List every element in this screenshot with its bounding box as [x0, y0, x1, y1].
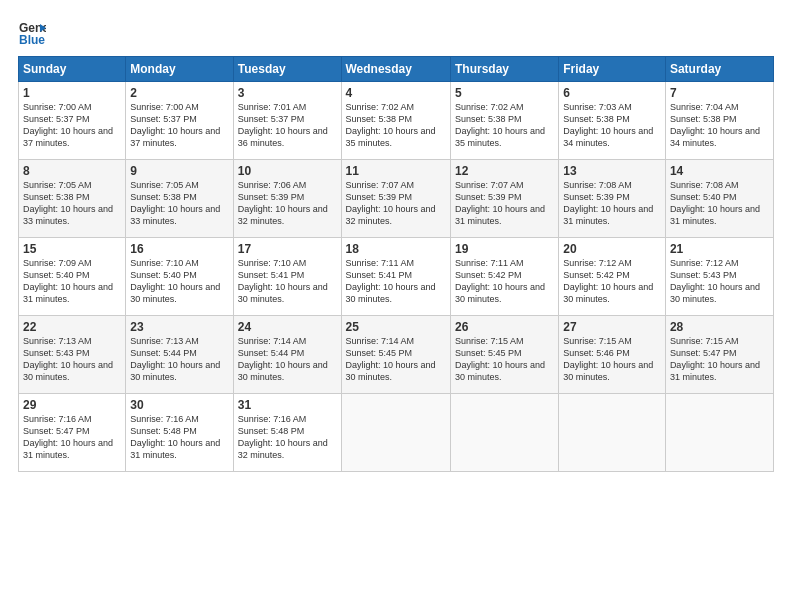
header: General Blue	[18, 18, 774, 46]
calendar-week-1: 8Sunrise: 7:05 AMSunset: 5:38 PMDaylight…	[19, 160, 774, 238]
day-info: Sunrise: 7:12 AMSunset: 5:42 PMDaylight:…	[563, 257, 661, 306]
calendar-week-3: 22Sunrise: 7:13 AMSunset: 5:43 PMDayligh…	[19, 316, 774, 394]
day-number: 22	[23, 320, 121, 334]
calendar-cell: 31Sunrise: 7:16 AMSunset: 5:48 PMDayligh…	[233, 394, 341, 472]
calendar-cell: 18Sunrise: 7:11 AMSunset: 5:41 PMDayligh…	[341, 238, 450, 316]
day-header-saturday: Saturday	[665, 57, 773, 82]
day-info: Sunrise: 7:07 AMSunset: 5:39 PMDaylight:…	[455, 179, 554, 228]
calendar-cell: 11Sunrise: 7:07 AMSunset: 5:39 PMDayligh…	[341, 160, 450, 238]
day-number: 14	[670, 164, 769, 178]
calendar-cell: 21Sunrise: 7:12 AMSunset: 5:43 PMDayligh…	[665, 238, 773, 316]
calendar-cell: 22Sunrise: 7:13 AMSunset: 5:43 PMDayligh…	[19, 316, 126, 394]
calendar: SundayMondayTuesdayWednesdayThursdayFrid…	[18, 56, 774, 472]
day-info: Sunrise: 7:01 AMSunset: 5:37 PMDaylight:…	[238, 101, 337, 150]
day-info: Sunrise: 7:04 AMSunset: 5:38 PMDaylight:…	[670, 101, 769, 150]
day-info: Sunrise: 7:00 AMSunset: 5:37 PMDaylight:…	[130, 101, 228, 150]
page: General Blue SundayMondayTuesdayWednesda…	[0, 0, 792, 612]
calendar-week-4: 29Sunrise: 7:16 AMSunset: 5:47 PMDayligh…	[19, 394, 774, 472]
calendar-cell: 2Sunrise: 7:00 AMSunset: 5:37 PMDaylight…	[126, 82, 233, 160]
day-info: Sunrise: 7:10 AMSunset: 5:40 PMDaylight:…	[130, 257, 228, 306]
day-number: 9	[130, 164, 228, 178]
day-number: 17	[238, 242, 337, 256]
day-info: Sunrise: 7:13 AMSunset: 5:43 PMDaylight:…	[23, 335, 121, 384]
day-info: Sunrise: 7:14 AMSunset: 5:45 PMDaylight:…	[346, 335, 446, 384]
day-number: 1	[23, 86, 121, 100]
day-info: Sunrise: 7:08 AMSunset: 5:39 PMDaylight:…	[563, 179, 661, 228]
day-header-wednesday: Wednesday	[341, 57, 450, 82]
calendar-cell	[665, 394, 773, 472]
calendar-cell: 14Sunrise: 7:08 AMSunset: 5:40 PMDayligh…	[665, 160, 773, 238]
calendar-cell: 4Sunrise: 7:02 AMSunset: 5:38 PMDaylight…	[341, 82, 450, 160]
calendar-cell	[450, 394, 558, 472]
calendar-cell: 9Sunrise: 7:05 AMSunset: 5:38 PMDaylight…	[126, 160, 233, 238]
calendar-cell: 20Sunrise: 7:12 AMSunset: 5:42 PMDayligh…	[559, 238, 666, 316]
day-number: 4	[346, 86, 446, 100]
calendar-cell: 3Sunrise: 7:01 AMSunset: 5:37 PMDaylight…	[233, 82, 341, 160]
day-number: 15	[23, 242, 121, 256]
day-number: 27	[563, 320, 661, 334]
day-info: Sunrise: 7:05 AMSunset: 5:38 PMDaylight:…	[23, 179, 121, 228]
day-info: Sunrise: 7:08 AMSunset: 5:40 PMDaylight:…	[670, 179, 769, 228]
day-number: 11	[346, 164, 446, 178]
calendar-cell: 25Sunrise: 7:14 AMSunset: 5:45 PMDayligh…	[341, 316, 450, 394]
day-number: 3	[238, 86, 337, 100]
day-number: 10	[238, 164, 337, 178]
day-number: 24	[238, 320, 337, 334]
day-number: 2	[130, 86, 228, 100]
day-number: 5	[455, 86, 554, 100]
day-info: Sunrise: 7:15 AMSunset: 5:47 PMDaylight:…	[670, 335, 769, 384]
day-number: 18	[346, 242, 446, 256]
calendar-cell: 28Sunrise: 7:15 AMSunset: 5:47 PMDayligh…	[665, 316, 773, 394]
svg-text:Blue: Blue	[19, 33, 45, 46]
day-info: Sunrise: 7:15 AMSunset: 5:45 PMDaylight:…	[455, 335, 554, 384]
calendar-cell: 26Sunrise: 7:15 AMSunset: 5:45 PMDayligh…	[450, 316, 558, 394]
day-info: Sunrise: 7:15 AMSunset: 5:46 PMDaylight:…	[563, 335, 661, 384]
day-number: 12	[455, 164, 554, 178]
day-info: Sunrise: 7:02 AMSunset: 5:38 PMDaylight:…	[346, 101, 446, 150]
calendar-cell: 16Sunrise: 7:10 AMSunset: 5:40 PMDayligh…	[126, 238, 233, 316]
day-header-thursday: Thursday	[450, 57, 558, 82]
day-info: Sunrise: 7:03 AMSunset: 5:38 PMDaylight:…	[563, 101, 661, 150]
day-number: 25	[346, 320, 446, 334]
day-number: 26	[455, 320, 554, 334]
calendar-week-2: 15Sunrise: 7:09 AMSunset: 5:40 PMDayligh…	[19, 238, 774, 316]
day-info: Sunrise: 7:12 AMSunset: 5:43 PMDaylight:…	[670, 257, 769, 306]
calendar-cell: 19Sunrise: 7:11 AMSunset: 5:42 PMDayligh…	[450, 238, 558, 316]
calendar-cell: 24Sunrise: 7:14 AMSunset: 5:44 PMDayligh…	[233, 316, 341, 394]
day-info: Sunrise: 7:11 AMSunset: 5:42 PMDaylight:…	[455, 257, 554, 306]
day-number: 28	[670, 320, 769, 334]
logo: General Blue	[18, 18, 50, 46]
day-number: 8	[23, 164, 121, 178]
day-info: Sunrise: 7:07 AMSunset: 5:39 PMDaylight:…	[346, 179, 446, 228]
day-number: 7	[670, 86, 769, 100]
day-number: 6	[563, 86, 661, 100]
calendar-header-row: SundayMondayTuesdayWednesdayThursdayFrid…	[19, 57, 774, 82]
calendar-cell	[559, 394, 666, 472]
day-header-tuesday: Tuesday	[233, 57, 341, 82]
day-info: Sunrise: 7:00 AMSunset: 5:37 PMDaylight:…	[23, 101, 121, 150]
calendar-cell: 1Sunrise: 7:00 AMSunset: 5:37 PMDaylight…	[19, 82, 126, 160]
calendar-cell: 23Sunrise: 7:13 AMSunset: 5:44 PMDayligh…	[126, 316, 233, 394]
day-info: Sunrise: 7:05 AMSunset: 5:38 PMDaylight:…	[130, 179, 228, 228]
day-number: 29	[23, 398, 121, 412]
logo-icon: General Blue	[18, 18, 46, 46]
calendar-cell: 8Sunrise: 7:05 AMSunset: 5:38 PMDaylight…	[19, 160, 126, 238]
day-number: 20	[563, 242, 661, 256]
calendar-cell: 7Sunrise: 7:04 AMSunset: 5:38 PMDaylight…	[665, 82, 773, 160]
day-number: 21	[670, 242, 769, 256]
day-header-sunday: Sunday	[19, 57, 126, 82]
day-info: Sunrise: 7:06 AMSunset: 5:39 PMDaylight:…	[238, 179, 337, 228]
calendar-cell: 5Sunrise: 7:02 AMSunset: 5:38 PMDaylight…	[450, 82, 558, 160]
calendar-cell: 30Sunrise: 7:16 AMSunset: 5:48 PMDayligh…	[126, 394, 233, 472]
day-header-monday: Monday	[126, 57, 233, 82]
day-info: Sunrise: 7:09 AMSunset: 5:40 PMDaylight:…	[23, 257, 121, 306]
day-info: Sunrise: 7:16 AMSunset: 5:47 PMDaylight:…	[23, 413, 121, 462]
day-number: 19	[455, 242, 554, 256]
day-info: Sunrise: 7:14 AMSunset: 5:44 PMDaylight:…	[238, 335, 337, 384]
calendar-cell: 27Sunrise: 7:15 AMSunset: 5:46 PMDayligh…	[559, 316, 666, 394]
day-info: Sunrise: 7:16 AMSunset: 5:48 PMDaylight:…	[238, 413, 337, 462]
calendar-cell: 12Sunrise: 7:07 AMSunset: 5:39 PMDayligh…	[450, 160, 558, 238]
calendar-cell: 13Sunrise: 7:08 AMSunset: 5:39 PMDayligh…	[559, 160, 666, 238]
day-info: Sunrise: 7:16 AMSunset: 5:48 PMDaylight:…	[130, 413, 228, 462]
day-info: Sunrise: 7:11 AMSunset: 5:41 PMDaylight:…	[346, 257, 446, 306]
